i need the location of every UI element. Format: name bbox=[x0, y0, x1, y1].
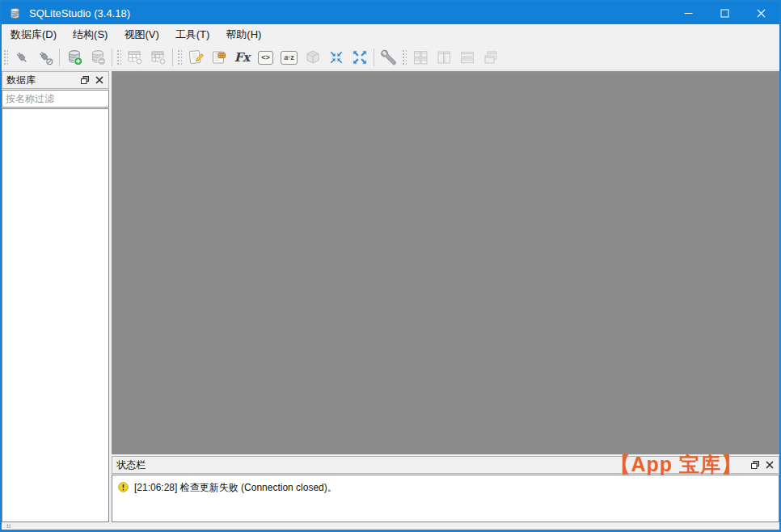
toolbar-separator bbox=[112, 49, 112, 66]
database-filter-input[interactable] bbox=[2, 90, 109, 108]
ddl-history-icon bbox=[210, 49, 228, 66]
close-icon bbox=[757, 9, 766, 18]
extensions-button[interactable] bbox=[301, 47, 324, 68]
mdi-cascade-windows-button[interactable] bbox=[479, 47, 502, 68]
collation-az-icon: a·z bbox=[281, 51, 298, 65]
mdi-tile-horizontally-button[interactable] bbox=[455, 47, 479, 68]
status-panel: 【App 宝库】 状态栏 bbox=[112, 456, 779, 522]
close-button[interactable] bbox=[743, 2, 779, 24]
maximize-icon bbox=[720, 9, 729, 18]
create-table-button[interactable] bbox=[123, 47, 146, 68]
status-panel-close-button[interactable] bbox=[762, 458, 777, 471]
table-similar-add-icon bbox=[150, 49, 167, 66]
remove-database-button[interactable] bbox=[86, 47, 109, 68]
tile-vertical-icon bbox=[435, 49, 453, 66]
menu-help[interactable]: 帮助(H) bbox=[217, 24, 269, 45]
connect-to-database-button[interactable] bbox=[10, 47, 33, 68]
close-dock-icon bbox=[95, 75, 104, 85]
table-add-icon bbox=[126, 49, 144, 66]
function-fx-icon: Fx bbox=[234, 50, 251, 65]
create-similar-table-button[interactable] bbox=[146, 47, 170, 68]
arrows-expand-icon bbox=[351, 49, 369, 66]
toolbar: Fx <> a·z bbox=[2, 45, 779, 70]
statusbar-grip bbox=[6, 524, 11, 528]
databases-panel-close-button[interactable] bbox=[92, 74, 107, 87]
toolbar-handle[interactable] bbox=[402, 49, 407, 65]
minimize-icon bbox=[684, 9, 693, 18]
sql-editor-icon bbox=[187, 49, 205, 66]
extension-box-icon bbox=[304, 49, 322, 66]
float-dock-icon bbox=[80, 75, 90, 85]
workspace-column: 【App 宝库】 状态栏 bbox=[112, 71, 779, 522]
sqlitestudio-app-icon bbox=[8, 6, 22, 20]
menu-structure[interactable]: 结构(S) bbox=[65, 24, 116, 45]
minimize-button[interactable] bbox=[670, 2, 707, 24]
databases-panel-title: 数据库 bbox=[6, 74, 78, 87]
status-panel-float-button[interactable] bbox=[748, 458, 762, 471]
app-window: SQLiteStudio (3.4.18) 数据库(D) 结构(S) 视图(V)… bbox=[0, 0, 781, 532]
open-sql-editor-button[interactable] bbox=[184, 47, 207, 68]
arrows-collapse-icon bbox=[327, 49, 345, 66]
toolbar-handle[interactable] bbox=[3, 49, 8, 65]
toolbar-handle[interactable] bbox=[116, 49, 121, 65]
grid-windows-icon bbox=[412, 49, 429, 66]
databases-panel-float-button[interactable] bbox=[78, 74, 92, 87]
open-collation-editor-button[interactable]: a·z bbox=[277, 47, 301, 68]
toolbar-separator bbox=[374, 49, 374, 66]
sql-file-icon: <> bbox=[258, 51, 273, 65]
database-remove-icon bbox=[89, 49, 107, 66]
database-add-icon bbox=[65, 49, 83, 66]
toolbar-handle[interactable] bbox=[177, 49, 182, 65]
close-dock-icon bbox=[765, 460, 775, 470]
main-content: 数据库 【App 宝库】 bbox=[2, 70, 779, 522]
open-sql-from-file-button[interactable]: <> bbox=[254, 47, 277, 68]
menubar: 数据库(D) 结构(S) 视图(V) 工具(T) 帮助(H) bbox=[2, 24, 779, 45]
disconnect-from-database-button[interactable] bbox=[33, 47, 57, 68]
open-ddl-history-button[interactable] bbox=[207, 47, 230, 68]
titlebar: SQLiteStudio (3.4.18) bbox=[2, 2, 779, 24]
status-panel-title: 状态栏 bbox=[116, 458, 748, 472]
status-log: [21:06:28] 检查更新失败 (Connection closed)。 bbox=[112, 475, 779, 522]
database-list[interactable] bbox=[2, 108, 109, 522]
float-dock-icon bbox=[750, 460, 760, 470]
maximize-button[interactable] bbox=[707, 2, 743, 24]
status-message: [21:06:28] 检查更新失败 (Connection closed)。 bbox=[134, 482, 337, 493]
cascade-windows-icon bbox=[482, 49, 500, 66]
warning-icon bbox=[118, 482, 129, 492]
databases-panel: 数据库 bbox=[2, 71, 109, 522]
plug-connect-icon bbox=[13, 49, 31, 66]
status-panel-header: 状态栏 bbox=[112, 456, 779, 474]
tile-horizontal-icon bbox=[458, 49, 476, 66]
databases-panel-header: 数据库 bbox=[2, 71, 109, 89]
mdi-grid-windows-button[interactable] bbox=[408, 47, 432, 68]
toolbar-separator bbox=[59, 49, 60, 66]
menu-database[interactable]: 数据库(D) bbox=[2, 24, 65, 45]
wrench-icon bbox=[380, 49, 398, 66]
plug-disconnect-icon bbox=[36, 49, 54, 66]
menu-tools[interactable]: 工具(T) bbox=[167, 24, 218, 45]
statusbar bbox=[2, 522, 779, 530]
mdi-tile-vertically-button[interactable] bbox=[432, 47, 455, 68]
window-title: SQLiteStudio (3.4.18) bbox=[29, 7, 130, 19]
open-function-editor-button[interactable]: Fx bbox=[230, 47, 254, 68]
expand-windows-button[interactable] bbox=[348, 47, 371, 68]
menu-view[interactable]: 视图(V) bbox=[116, 24, 167, 45]
open-configuration-button[interactable] bbox=[377, 47, 400, 68]
toolbar-separator bbox=[172, 49, 173, 66]
collapse-windows-button[interactable] bbox=[324, 47, 348, 68]
mdi-workspace bbox=[112, 71, 779, 454]
add-database-button[interactable] bbox=[62, 47, 86, 68]
